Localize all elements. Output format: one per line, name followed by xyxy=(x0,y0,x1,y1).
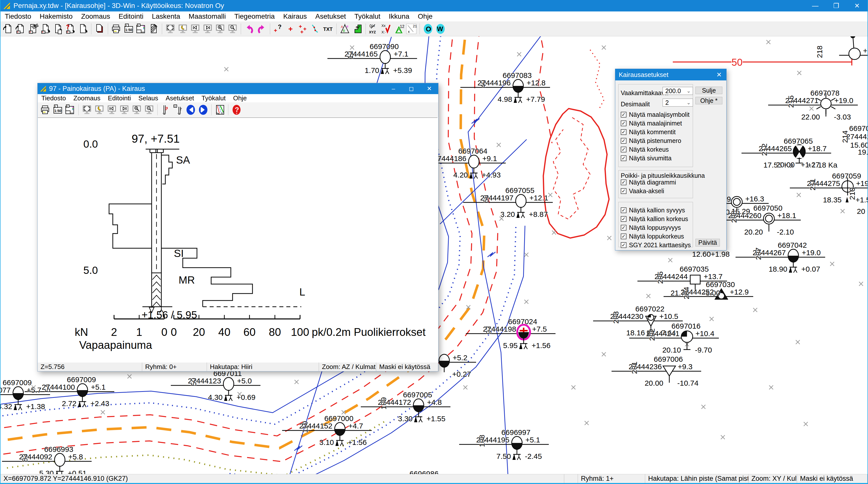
write-file-icon[interactable] xyxy=(39,23,52,35)
triangulate-icon[interactable]: 12 xyxy=(393,23,405,35)
pagesetup-icon[interactable]: xIW xyxy=(135,23,147,35)
txt-icon[interactable]: TXT xyxy=(322,23,334,35)
prev-view-icon[interactable] xyxy=(105,104,118,116)
menu-zoomaus[interactable]: Zoomaus xyxy=(77,11,115,22)
menu-ikkuna[interactable]: Ikkuna xyxy=(385,11,414,22)
checkbox-checked-icon[interactable]: ✓ xyxy=(621,155,626,161)
checkbox-n-yt-kommentit[interactable]: ✓Näytä kommentit xyxy=(621,128,676,136)
menu-editointi[interactable]: Editointi xyxy=(114,11,148,22)
hatch-doc-icon[interactable] xyxy=(147,23,160,35)
zoom-in-icon[interactable] xyxy=(130,104,143,116)
checkbox-n-yt-maalajinimet[interactable]: ✓Näytä maalajinimet xyxy=(621,120,682,127)
write-copy-icon[interactable] xyxy=(77,23,89,35)
add-point-q-icon[interactable]: +? xyxy=(272,23,285,35)
menu-ohje[interactable]: Ohje xyxy=(413,11,437,22)
decimals-combobox[interactable]: 2⌄ xyxy=(662,99,693,106)
menu-asetukset[interactable]: Asetukset xyxy=(311,11,350,22)
add-point-icon[interactable]: + xyxy=(285,23,297,35)
main-titlebar[interactable]: Pernaja.xy.tdw - [Kairausohje] - 3D-Win … xyxy=(0,0,868,11)
checkbox-sgy-2021-karttaesitys[interactable]: ✓SGY 2021 karttaesitys xyxy=(621,241,691,249)
undo-icon[interactable] xyxy=(243,23,255,35)
child-maximize-icon[interactable]: ◻ xyxy=(402,83,420,94)
read-multi-icon[interactable] xyxy=(27,23,39,35)
interpolate-icon[interactable]: 21x xyxy=(405,23,417,35)
next-view-icon[interactable] xyxy=(118,104,130,116)
polyline-icon[interactable] xyxy=(310,23,322,35)
child-menu-ohje[interactable]: Ohje xyxy=(229,94,250,102)
point-next-icon[interactable] xyxy=(197,104,209,116)
child-menu-selaus[interactable]: Selaus xyxy=(135,94,162,102)
zoom-in-icon[interactable] xyxy=(214,23,226,35)
angle-calc-icon[interactable]: ABα xyxy=(339,23,351,35)
child-minimize-icon[interactable]: – xyxy=(384,83,402,94)
sulje-button[interactable]: Sulje xyxy=(695,87,722,94)
dialog-titlebar[interactable]: Kairausasetukset xyxy=(615,69,726,80)
close-icon[interactable]: ✕ xyxy=(846,0,868,11)
copy-pages-icon[interactable] xyxy=(93,23,106,35)
checkbox-checked-icon[interactable]: ✓ xyxy=(621,207,626,213)
scale150-icon[interactable]: x1:50 xyxy=(123,23,135,35)
redo-icon[interactable] xyxy=(255,23,268,35)
menu-maastomalli[interactable]: Maastomalli xyxy=(185,11,230,22)
checkbox-n-yt-maalajisymbolit[interactable]: ✓Näytä maalajisymbolit xyxy=(621,111,689,118)
menu-laskenta[interactable]: Laskenta xyxy=(148,11,185,22)
checkbox-n-yt-sivumitta[interactable]: ✓Näytä sivumitta xyxy=(621,154,672,162)
checkbox-n-yt-loppukorkeus[interactable]: ✓Näytä loppukorkeus xyxy=(621,232,684,240)
checkbox-n-yt-pistenumero[interactable]: ✓Näytä pistenumero xyxy=(621,137,681,144)
print-icon[interactable] xyxy=(39,104,52,116)
pan-icon[interactable] xyxy=(177,23,189,35)
add-points-icon[interactable]: +++ xyxy=(297,23,310,35)
read-file-icon[interactable] xyxy=(2,23,14,35)
checkbox-n-yt-diagrammi[interactable]: ✓Näytä diagrammi xyxy=(621,179,676,186)
checkbox-checked-icon[interactable]: ✓ xyxy=(621,225,626,230)
paivita-button[interactable]: Päivitä xyxy=(695,239,720,247)
diagram-settings-icon[interactable]: IW xyxy=(214,104,226,116)
checkbox-n-yt-kallion-korkeus[interactable]: ✓Näytä kallion korkeus xyxy=(621,215,688,223)
write-file-2-icon[interactable] xyxy=(52,23,64,35)
help-icon[interactable]: ?+ xyxy=(230,104,243,116)
child-menu-tiedosto[interactable]: Tiedosto xyxy=(38,94,70,102)
checkbox-checked-icon[interactable]: ✓ xyxy=(621,112,626,118)
sounding-diagram[interactable]: 97, +7.510.05.0SASIMRL+1.56 / 5.95210020… xyxy=(38,118,437,363)
dialog-close-icon[interactable]: ✕ xyxy=(712,69,726,80)
sounding-scale-icon[interactable]: x xyxy=(172,104,185,116)
child-menu-työkalut[interactable]: Työkalut xyxy=(198,94,229,102)
checkbox-checked-icon[interactable]: ✓ xyxy=(621,216,626,222)
checkbox-checked-icon[interactable]: ✓ xyxy=(621,188,626,194)
ohje-button[interactable]: Ohje * xyxy=(695,97,722,104)
zoom-out-icon[interactable] xyxy=(226,23,239,35)
menu-kairaus[interactable]: Kairaus xyxy=(279,11,311,22)
area-calc-icon[interactable]: m² xyxy=(351,23,364,35)
pan-icon[interactable] xyxy=(93,104,105,116)
read-file-2-icon[interactable] xyxy=(14,23,27,35)
checkbox-checked-icon[interactable]: ✓ xyxy=(621,138,626,144)
write-unknown-icon[interactable]: ? xyxy=(64,23,77,35)
child-menu-zoomaus[interactable]: Zoomaus xyxy=(70,94,104,102)
checkbox-checked-icon[interactable]: ✓ xyxy=(621,147,626,152)
fit-icon[interactable] xyxy=(164,23,177,35)
menu-tiedosto[interactable]: Tiedosto xyxy=(0,11,35,22)
check-points-icon[interactable]: XxX:· xyxy=(380,23,393,35)
divide-xyz-icon[interactable]: 0/+XYZ xyxy=(368,23,380,35)
chevron-down-icon[interactable]: ⌄ xyxy=(686,100,691,105)
next-view-icon[interactable] xyxy=(202,23,214,35)
fit-icon[interactable] xyxy=(81,104,93,116)
point-prev-icon[interactable] xyxy=(185,104,197,116)
pagesetup-icon[interactable]: xIW xyxy=(64,104,76,116)
checkbox-checked-icon[interactable]: ✓ xyxy=(621,233,626,239)
maximize-icon[interactable]: ❐ xyxy=(826,0,846,11)
child-close-icon[interactable]: ✕ xyxy=(420,83,438,94)
chevron-down-icon[interactable]: ⌄ xyxy=(686,88,691,94)
checkbox-checked-icon[interactable]: ✓ xyxy=(621,121,626,126)
checkbox-checked-icon[interactable]: ✓ xyxy=(621,180,626,185)
zoom-out-icon[interactable] xyxy=(143,104,155,116)
minimize-icon[interactable]: ― xyxy=(805,0,826,11)
sounding-adjust-icon[interactable] xyxy=(160,104,172,116)
checkbox-checked-icon[interactable]: ✓ xyxy=(621,129,626,135)
menu-tiegeometria[interactable]: Tiegeometria xyxy=(230,11,279,22)
menu-työkalut[interactable]: Työkalut xyxy=(350,11,384,22)
checkbox-vaaka-akseli[interactable]: ✓Vaaka-akseli xyxy=(621,187,664,195)
checkbox-checked-icon[interactable]: ✓ xyxy=(621,242,626,248)
sounding-window-titlebar[interactable]: 97 - Painokairaus (PA) - Kairaus – ◻ ✕ xyxy=(38,83,438,94)
scale150-icon[interactable]: x1:50 xyxy=(52,104,64,116)
